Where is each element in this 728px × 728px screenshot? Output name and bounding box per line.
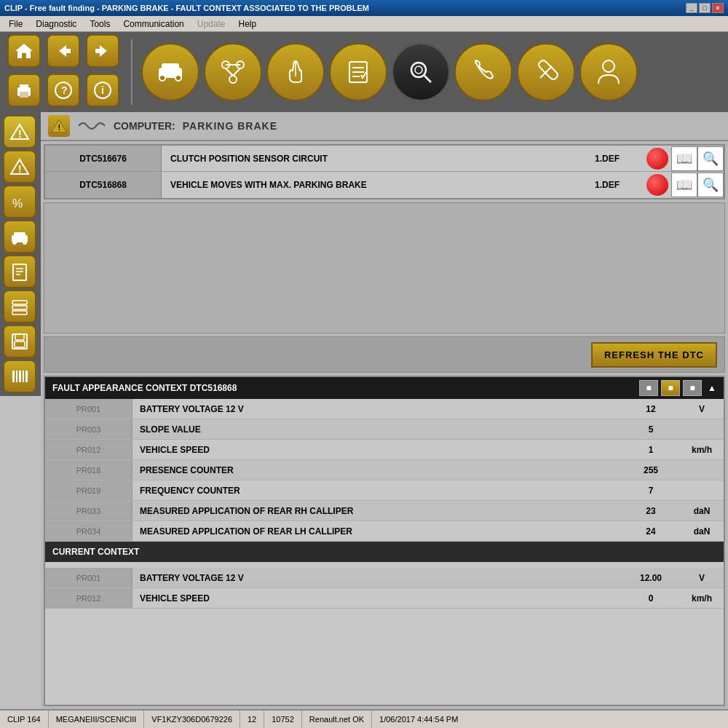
wrench-button[interactable]	[517, 43, 575, 101]
fault-context-header: FAULT APPEARANCE CONTEXT DTC516868 ■ ■ ■…	[45, 377, 724, 399]
menu-tools[interactable]: Tools	[84, 17, 116, 31]
dtc-row-2: DTC516868 VEHICLE MOVES WITH MAX. PARKIN…	[45, 172, 724, 198]
context-tab-3[interactable]: ■	[683, 380, 702, 396]
alert-icon-btn[interactable]: !	[3, 150, 36, 183]
search-fault-button[interactable]	[392, 43, 450, 101]
context-value-pr033: 23	[622, 506, 680, 516]
checklist-button[interactable]	[329, 43, 387, 101]
minimize-button[interactable]: _	[686, 3, 697, 13]
svg-point-16	[229, 76, 237, 83]
menu-bar: File Diagnostic Tools Communication Upda…	[0, 16, 728, 32]
context-row-pr003: PR003 SLOPE VALUE 5	[45, 419, 724, 440]
menu-file[interactable]: File	[3, 17, 28, 31]
id-button[interactable]	[579, 43, 638, 101]
svg-rect-50	[16, 371, 17, 382]
status-num2: 10752	[264, 711, 302, 728]
status-datetime: 1/06/2017 4:44:54 PM	[372, 711, 465, 728]
current-pr-pr012: PR012	[45, 588, 132, 608]
svg-rect-39	[13, 264, 26, 280]
computer-label: COMPUTER:	[114, 120, 175, 132]
context-desc-pr001: BATTERY VOLTAGE 12 V	[132, 404, 622, 414]
svg-rect-9	[162, 63, 179, 71]
context-tab-2[interactable]: ■	[661, 380, 680, 396]
forward-button[interactable]	[86, 34, 119, 68]
home-button[interactable]	[7, 34, 41, 68]
title-bar: CLIP - Free fault finding - PARKING BRAK…	[0, 0, 728, 16]
transmission-button[interactable]	[204, 43, 262, 101]
context-pr-pr019: PR019	[45, 480, 132, 500]
current-pr-pr001: PR001	[45, 568, 132, 587]
svg-line-17	[226, 68, 233, 76]
left-icon-bar: ! ! %	[0, 112, 41, 396]
menu-help[interactable]: Help	[232, 17, 262, 31]
svg-point-27	[415, 66, 422, 74]
svg-rect-51	[19, 371, 21, 382]
print-button[interactable]	[7, 74, 41, 107]
menu-diagnostic[interactable]: Diagnostic	[30, 17, 82, 31]
warning-icon-btn[interactable]: !	[3, 115, 36, 149]
context-tab-1[interactable]: ■	[639, 380, 658, 396]
close-button[interactable]: ×	[712, 3, 724, 13]
percent-icon-btn[interactable]: %	[3, 185, 36, 218]
context-row-pr001: PR001 BATTERY VOLTAGE 12 V 12 V	[45, 399, 724, 419]
maximize-button[interactable]: □	[699, 3, 711, 13]
dtc-book-btn-1[interactable]: 📖	[671, 146, 697, 171]
svg-line-28	[540, 66, 552, 78]
current-unit-pr001: V	[680, 573, 724, 583]
context-pr-pr012: PR012	[45, 440, 132, 459]
context-value-pr003: 5	[622, 424, 680, 435]
context-row-pr018: PR018 PRESENCE COUNTER 255	[45, 460, 724, 480]
refresh-area: REFRESH THE DTC	[44, 336, 725, 373]
svg-point-38	[23, 240, 27, 245]
svg-point-25	[411, 63, 426, 77]
menu-update[interactable]: Update	[191, 17, 232, 31]
menu-communication[interactable]: Communication	[117, 17, 189, 31]
context-value-pr018: 255	[622, 465, 680, 475]
refresh-dtc-button[interactable]: REFRESH THE DTC	[591, 342, 717, 368]
status-bar: CLIP 164 MEGANEIII/SCENICIII VF1KZY306D0…	[0, 709, 728, 728]
dtc-status-1: 1.DEF	[571, 154, 644, 164]
svg-rect-47	[15, 334, 24, 340]
help-button[interactable]: ?	[47, 74, 80, 107]
dtc-zoom-btn-2[interactable]: 🔍	[697, 173, 724, 197]
svg-rect-1	[20, 84, 28, 89]
context-value-pr012: 1	[622, 445, 680, 455]
svg-text:!: !	[18, 163, 22, 175]
info-button[interactable]: i	[86, 74, 119, 107]
dtc-zoom-btn-1[interactable]: 🔍	[697, 146, 724, 171]
barcode-icon-btn[interactable]	[3, 360, 36, 393]
status-server: Renault.net OK	[302, 711, 372, 728]
context-value-pr001: 12	[622, 404, 680, 414]
title-bar-controls[interactable]: _ □ ×	[686, 3, 724, 13]
dtc-indicator-1	[646, 148, 668, 170]
svg-rect-36	[14, 232, 25, 237]
scroll-up-btn[interactable]: ▲	[708, 380, 716, 396]
context-unit-pr034: daN	[680, 526, 724, 537]
layers-icon-btn[interactable]	[3, 290, 36, 323]
svg-point-13	[176, 76, 181, 80]
phone-button[interactable]	[454, 43, 513, 101]
dtc-table: DTC516676 CLUTCH POSITION SENSOR CIRCUIT…	[44, 144, 725, 199]
touch-button[interactable]	[266, 43, 325, 101]
current-value-pr012: 0	[622, 593, 680, 604]
dtc-row-1: DTC516676 CLUTCH POSITION SENSOR CIRCUIT…	[45, 146, 724, 172]
context-pr-pr001: PR001	[45, 399, 132, 419]
toolbar-oval-buttons	[141, 43, 638, 101]
vehicle-button[interactable]	[141, 43, 199, 101]
dtc-code-2[interactable]: DTC516868	[45, 172, 162, 198]
current-context-row-pr012: PR012 VEHICLE SPEED 0 km/h	[45, 588, 724, 609]
svg-text:!: !	[58, 123, 60, 132]
current-value-pr001: 12.00	[622, 573, 680, 583]
toolbar: ? i	[0, 32, 728, 112]
book-icon-btn[interactable]	[3, 255, 36, 288]
dtc-book-btn-2[interactable]: 📖	[671, 173, 697, 197]
context-desc-pr034: MEASURED APPLICATION OF REAR LH CALLIPER	[132, 526, 622, 537]
dtc-code-1[interactable]: DTC516676	[45, 146, 162, 171]
svg-line-18	[233, 68, 240, 76]
svg-rect-49	[12, 371, 15, 382]
computer-header: ! COMPUTER: PARKING BRAKE	[41, 112, 728, 141]
back-button[interactable]	[47, 34, 80, 68]
save-icon-btn[interactable]	[3, 325, 36, 358]
car-icon-btn[interactable]	[3, 220, 36, 253]
current-context-header: CURRENT CONTEXT	[45, 542, 724, 562]
